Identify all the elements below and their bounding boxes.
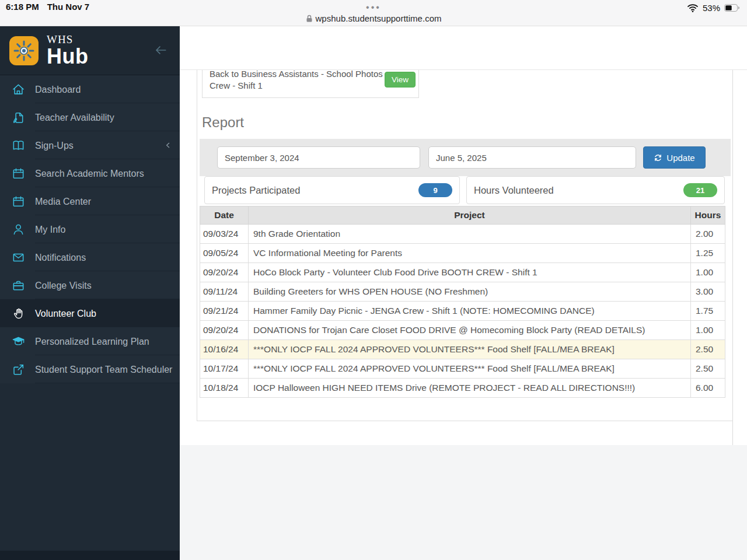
cell-date: 10/16/24 — [200, 340, 249, 359]
sidebar-menu: Dashboard Teacher Availability — [0, 75, 180, 383]
sidebar-item-sign-ups[interactable]: Sign-Ups — [0, 131, 180, 159]
graduation-cap-icon — [11, 335, 26, 348]
app-header: NOTIFICATIONS SARAH — [180, 26, 747, 70]
chevron-left-icon — [163, 141, 173, 150]
update-button-label: Update — [666, 153, 694, 163]
column-header-hours: Hours — [691, 206, 725, 225]
stat-label: Projects Participated — [212, 185, 300, 196]
cell-date: 09/03/24 — [200, 225, 249, 244]
sidebar-item-label: Sign-Ups — [35, 139, 74, 152]
sidebar-item-teacher-availability[interactable]: Teacher Availability — [0, 103, 180, 131]
document-pencil-icon — [11, 111, 26, 124]
address-bar[interactable]: wpshub.studentsupporttime.com — [0, 13, 747, 23]
report-filter-bar: Update — [200, 139, 731, 176]
cell-project: VC Informational Meeting for Parents — [249, 244, 691, 263]
cell-hours: 2.50 — [691, 340, 725, 359]
cell-hours: 2.00 — [691, 225, 725, 244]
cell-hours: 6.00 — [691, 379, 725, 398]
cell-date: 09/05/24 — [200, 244, 249, 263]
cell-hours: 1.75 — [691, 302, 725, 321]
sidebar-item-label: Teacher Availability — [35, 111, 114, 124]
sun-logo-icon — [9, 36, 39, 65]
cell-date: 09/20/24 — [200, 263, 249, 282]
lock-icon — [306, 15, 313, 23]
sidebar-item-student-support-team-scheduler[interactable]: Student Support Team Scheduler — [0, 355, 180, 383]
brand-line1: WHS — [47, 34, 88, 45]
sidebar-item-personalized-learning-plan[interactable]: Personalized Learning Plan — [0, 327, 180, 355]
screen: 6:18 PM Thu Nov 7 ••• wpshub.studentsupp… — [0, 0, 747, 560]
sidebar-item-label: Volunteer Club — [35, 307, 96, 320]
cell-date: 10/18/24 — [200, 379, 249, 398]
briefcase-icon — [11, 279, 26, 292]
volunteer-club-panel: Back to Business Assistants - School Pho… — [197, 58, 732, 421]
wifi-icon — [687, 4, 699, 13]
tab-overview-dots[interactable]: ••• — [0, 2, 747, 13]
brand-home-link[interactable]: WHS Hub — [0, 26, 180, 75]
person-icon — [11, 223, 26, 236]
table-row: 10/17/24 ***ONLY IOCP FALL 2024 APPROVED… — [200, 359, 725, 379]
stat-badge: 9 — [418, 183, 452, 197]
sidebar-item-volunteer-club[interactable]: Volunteer Club — [0, 299, 180, 327]
signup-card-title: Back to Business Assistants - School Pho… — [210, 68, 392, 92]
brand-line2: Hub — [47, 46, 88, 67]
cell-hours: 1.00 — [691, 263, 725, 282]
sidebar-item-label: My Info — [35, 223, 65, 236]
sidebar-collapse-arrow-icon[interactable] — [153, 43, 168, 58]
sidebar: WHS Hub Dashboard — [0, 26, 180, 560]
table-row-highlighted: 10/16/24 ***ONLY IOCP FALL 2024 APPROVED… — [200, 340, 725, 359]
cell-project: HoCo Block Party - Volunteer Club Food D… — [249, 263, 691, 282]
cell-hours: 1.25 — [691, 244, 725, 263]
cell-project: 9th Grade Orientation — [249, 225, 691, 244]
sidebar-item-label: Personalized Learning Plan — [35, 335, 149, 348]
start-date-input[interactable] — [217, 146, 420, 169]
sidebar-item-media-center[interactable]: Media Center — [0, 187, 180, 215]
table-row: 09/11/24 Building Greeters for WHS OPEN … — [200, 282, 725, 302]
cell-date: 10/17/24 — [200, 359, 249, 379]
sidebar-bottom-strip — [0, 551, 180, 560]
cell-project: DONATIONS for Trojan Care Closet FOOD DR… — [249, 321, 691, 340]
sidebar-item-label: Student Support Team Scheduler — [35, 363, 172, 376]
cell-project: IOCP Halloween HIGH NEED ITEMS Drive (RE… — [249, 379, 691, 398]
cell-project: ***ONLY IOCP FALL 2024 APPROVED VOLUNTEE… — [249, 359, 691, 379]
table-row: 09/03/24 9th Grade Orientation 2.00 — [200, 225, 725, 244]
cell-date: 09/21/24 — [200, 302, 249, 321]
column-header-date: Date — [200, 206, 249, 225]
table-row: 09/20/24 HoCo Block Party - Volunteer Cl… — [200, 263, 725, 282]
cell-date: 09/20/24 — [200, 321, 249, 340]
book-icon — [11, 139, 26, 152]
table-row: 09/20/24 DONATIONS for Trojan Care Close… — [200, 321, 725, 340]
cell-hours: 2.50 — [691, 359, 725, 379]
calendar-icon — [11, 167, 26, 180]
update-button[interactable]: Update — [643, 146, 706, 169]
cell-date: 09/11/24 — [200, 282, 249, 302]
table-header-row: Date Project Hours — [200, 206, 725, 225]
table-row: 09/05/24 VC Informational Meeting for Pa… — [200, 244, 725, 263]
content-right-border — [732, 70, 733, 445]
cell-project: Hammer Family Day Picnic - JENGA Crew - … — [249, 302, 691, 321]
table-row: 09/21/24 Hammer Family Day Picnic - JENG… — [200, 302, 725, 321]
sidebar-item-label: Media Center — [35, 195, 91, 208]
sidebar-item-my-info[interactable]: My Info — [0, 215, 180, 243]
refresh-icon — [654, 153, 662, 162]
external-link-icon — [11, 363, 26, 376]
ios-status-bar: 6:18 PM Thu Nov 7 ••• wpshub.studentsupp… — [0, 0, 747, 26]
cell-hours: 3.00 — [691, 282, 725, 302]
sidebar-item-label: Notifications — [35, 251, 86, 264]
battery-percent: 53% — [703, 3, 720, 13]
sidebar-item-search-academic-mentors[interactable]: Search Academic Mentors — [0, 159, 180, 187]
stat-projects-participated: Projects Participated 9 — [204, 176, 460, 204]
report-heading: Report — [202, 114, 244, 131]
sidebar-item-label: Search Academic Mentors — [35, 167, 144, 180]
stat-label: Hours Volunteered — [474, 185, 554, 196]
report-table: Date Project Hours 09/03/24 9th Grade Or… — [200, 206, 725, 398]
cell-project: Building Greeters for WHS OPEN HOUSE (NO… — [249, 282, 691, 302]
view-button[interactable]: View — [385, 72, 416, 88]
end-date-input[interactable] — [428, 146, 636, 169]
signup-card: Back to Business Assistants - School Pho… — [202, 65, 419, 98]
sidebar-item-notifications[interactable]: Notifications — [0, 243, 180, 271]
table-row: 10/18/24 IOCP Halloween HIGH NEED ITEMS … — [200, 379, 725, 398]
sidebar-item-college-visits[interactable]: College Visits — [0, 271, 180, 299]
sidebar-item-dashboard[interactable]: Dashboard — [0, 75, 180, 103]
column-header-project: Project — [249, 206, 691, 225]
url-text: wpshub.studentsupporttime.com — [316, 13, 442, 23]
